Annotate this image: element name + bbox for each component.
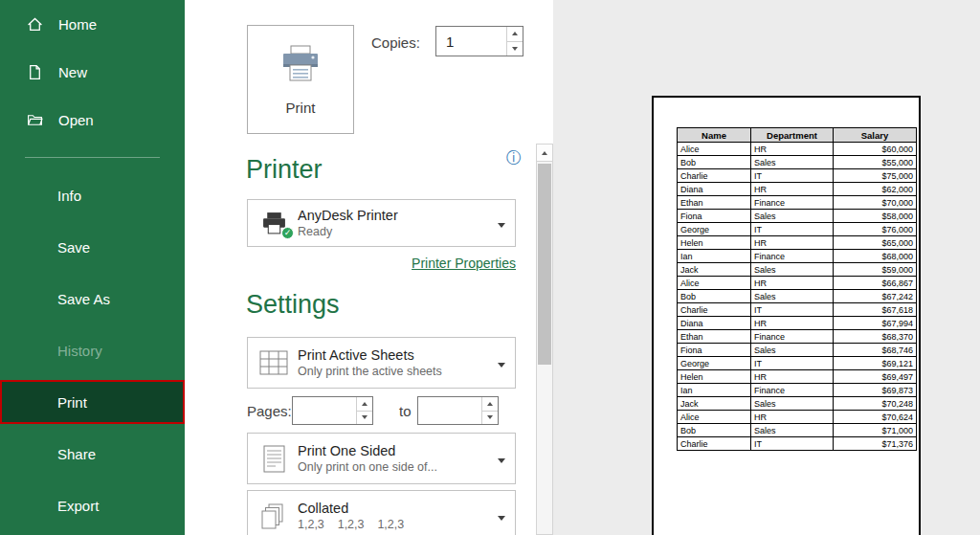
cell-name: Charlie (678, 437, 751, 451)
pages-to-decrement-button[interactable] (482, 411, 498, 425)
cell-salary: $58,000 (834, 210, 917, 223)
pages-to-stepper (417, 396, 499, 425)
cell-salary: $68,370 (834, 330, 917, 344)
table-row: Diana HR $62,000 (678, 183, 917, 196)
cell-name: Charlie (678, 169, 751, 183)
cell-salary: $67,994 (834, 317, 917, 330)
table-row: Charlie IT $75,000 (678, 169, 917, 183)
caret-down-icon (487, 415, 493, 419)
cell-salary: $76,000 (834, 223, 917, 236)
table-row: Ethan Finance $70,000 (678, 196, 917, 210)
sidebar-item-print[interactable]: Print (0, 380, 185, 424)
copies-increment-button[interactable] (507, 27, 523, 41)
column-header-salary: Salary (834, 128, 917, 143)
pages-from-input[interactable] (293, 397, 356, 424)
print-button[interactable]: Print (247, 25, 354, 134)
pages-from-increment-button[interactable] (357, 397, 372, 411)
cell-name: Fiona (678, 210, 751, 223)
sidebar-item-save[interactable]: Save (0, 221, 185, 273)
printer-device-icon: ✓ (256, 212, 292, 235)
sidebar-item-share[interactable]: Share (0, 428, 185, 479)
sidebar-item-label: History (57, 343, 102, 359)
chevron-down-icon (498, 354, 505, 371)
collation-selector[interactable]: Collated 1,2,3 1,2,3 1,2,3 (247, 490, 516, 535)
copies-decrement-button[interactable] (507, 41, 523, 56)
printer-status: Ready (298, 225, 398, 238)
copies-input[interactable] (436, 27, 506, 56)
table-row: Fiona Sales $58,000 (678, 210, 917, 223)
caret-down-icon (512, 47, 518, 51)
cell-name: Alice (678, 277, 751, 290)
open-folder-icon (27, 112, 43, 128)
home-icon (27, 16, 43, 33)
chevron-down-icon (498, 507, 505, 524)
print-what-selector[interactable]: Print Active Sheets Only print the activ… (247, 337, 516, 389)
sidebar-item-home[interactable]: Home (0, 0, 185, 48)
pages-to-input[interactable] (418, 397, 481, 424)
caret-up-icon (512, 32, 518, 35)
table-row: George IT $76,000 (678, 223, 917, 236)
sidebar-item-info[interactable]: Info (0, 169, 185, 221)
table-row: Jack Sales $59,000 (678, 263, 917, 277)
table-row: Helen HR $65,000 (678, 236, 917, 250)
sidebar-item-open[interactable]: Open (0, 96, 185, 144)
cell-salary: $71,000 (834, 424, 917, 437)
table-row: Ethan Finance $68,370 (678, 330, 917, 344)
sidebar-item-label: Home (58, 16, 97, 33)
cell-name: George (678, 223, 751, 236)
chevron-down-icon (498, 450, 505, 467)
active-sheets-icon (256, 350, 292, 375)
cell-salary: $67,618 (834, 303, 917, 317)
cell-department: Sales (751, 210, 834, 223)
copies-label: Copies: (371, 34, 420, 51)
cell-salary: $55,000 (834, 156, 917, 169)
sidebar-item-new[interactable]: New (0, 48, 185, 96)
pages-to-label: to (399, 403, 412, 419)
sided-selector[interactable]: Print One Sided Only print on one side o… (247, 433, 516, 484)
printer-name: AnyDesk Printer (298, 208, 398, 223)
pages-to-spinner (481, 397, 498, 424)
sidebar-item-export[interactable]: Export (0, 479, 185, 531)
scroll-up-button[interactable] (537, 145, 552, 162)
info-icon[interactable]: ⓘ (506, 150, 522, 166)
cell-salary: $70,000 (834, 196, 917, 210)
pages-from-stepper (292, 396, 373, 425)
printer-properties-row: Printer Properties (247, 255, 516, 272)
cell-salary: $68,746 (834, 344, 917, 357)
sidebar-item-label: Save (57, 239, 90, 256)
print-button-label: Print (286, 100, 316, 116)
cell-name: Bob (678, 424, 751, 437)
table-row: Charlie IT $71,376 (678, 437, 917, 451)
table-row: Alice HR $60,000 (678, 143, 917, 156)
printer-icon (278, 44, 323, 88)
cell-department: Sales (751, 263, 834, 277)
cell-department: Sales (751, 156, 834, 169)
printer-properties-link[interactable]: Printer Properties (412, 256, 516, 271)
sidebar-item-save-as[interactable]: Save As (0, 273, 185, 324)
backstage-sidebar: Home New Open Info Save Save As History … (0, 0, 185, 535)
cell-department: IT (751, 169, 834, 183)
sidebar-item-history: History (0, 324, 185, 376)
cell-name: George (678, 357, 751, 370)
sidebar-item-label: Info (57, 188, 81, 204)
table-row: Bob Sales $55,000 (678, 156, 917, 169)
cell-department: HR (751, 277, 834, 290)
pages-label: Pages: (247, 403, 292, 419)
cell-name: Diana (678, 183, 751, 196)
cell-name: Bob (678, 156, 751, 169)
preview-scrollbar[interactable] (536, 144, 553, 535)
cell-name: Jack (678, 263, 751, 277)
pages-from-decrement-button[interactable] (357, 411, 372, 425)
cell-name: Alice (678, 411, 751, 424)
chevron-down-icon (498, 214, 505, 232)
pages-to-increment-button[interactable] (482, 397, 498, 411)
cell-department: HR (751, 370, 834, 384)
cell-salary: $70,624 (834, 411, 917, 424)
collation-description: 1,2,3 1,2,3 1,2,3 (298, 518, 404, 531)
sidebar-item-label: New (58, 64, 87, 80)
column-header-department: Department (751, 128, 834, 143)
scrollbar-thumb[interactable] (538, 164, 551, 365)
printer-selector[interactable]: ✓ AnyDesk Printer Ready (247, 199, 516, 247)
caret-down-icon (362, 415, 368, 419)
caret-up-icon (487, 402, 493, 406)
